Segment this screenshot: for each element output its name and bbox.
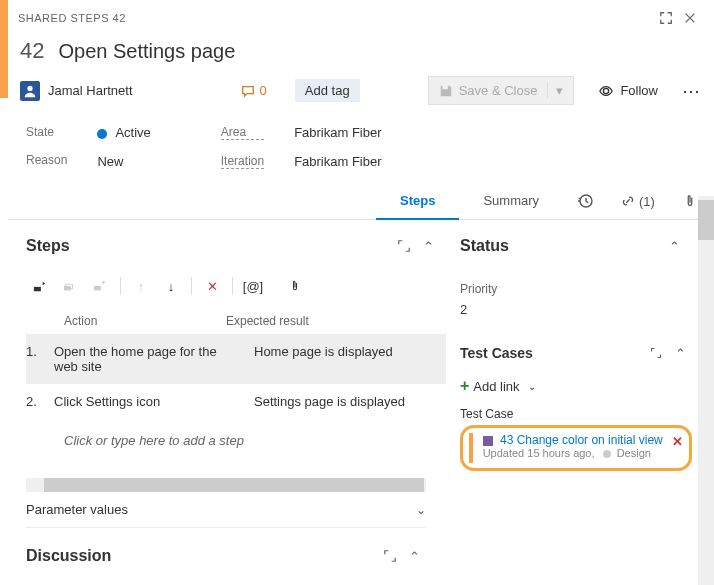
save-close-label: Save & Close [459,83,538,98]
step-action[interactable]: Click Settings icon [54,394,254,409]
move-up-icon: ↑ [127,274,155,298]
tab-history-icon[interactable] [563,183,607,219]
svg-rect-6 [94,286,101,290]
testcase-state: Design [617,447,651,459]
expand-icon[interactable] [378,544,402,568]
add-link-button[interactable]: + Add link ⌄ [460,373,692,399]
testcase-updated: Updated 15 hours ago, [483,447,595,459]
close-icon[interactable] [678,6,702,30]
testcases-heading: Test Cases [460,345,644,361]
work-item-title[interactable]: Open Settings page [58,40,235,63]
discussion-count[interactable]: 0 [240,83,267,98]
plus-icon: + [460,377,469,395]
steps-toolbar: ↑ ↓ ✕ [@] [26,268,446,308]
state-value[interactable]: Active [97,125,150,140]
insert-step-icon[interactable] [26,274,54,298]
chevron-down-icon: ▾ [547,83,563,98]
status-heading: Status [460,237,662,255]
more-actions-icon[interactable]: ⋯ [682,80,702,102]
move-down-icon[interactable]: ↓ [157,274,185,298]
expand-icon[interactable] [392,234,416,258]
reason-label: Reason [26,153,67,167]
parameter-values-label: Parameter values [26,502,416,517]
add-link-label: Add link [473,379,519,394]
work-item-id: 42 [20,38,44,64]
parameter-values-row[interactable]: Parameter values ⌄ [26,492,426,528]
priority-label: Priority [460,268,692,296]
work-item-type-label: SHARED STEPS 42 [18,12,126,24]
svg-point-0 [27,85,32,90]
tab-summary[interactable]: Summary [459,183,563,219]
area-value[interactable]: Fabrikam Fiber [294,125,381,140]
attach-file-icon[interactable] [281,274,309,298]
links-count: (1) [639,194,655,209]
testcase-sub-label: Test Case [460,399,692,425]
testcase-id: 43 [500,433,513,447]
vertical-scrollbar[interactable] [698,196,714,585]
discussion-heading: Discussion [26,547,378,565]
testcase-link-item[interactable]: 43 Change color on initial view Updated … [460,425,692,471]
state-label: State [26,125,67,139]
insert-shared-icon [56,274,84,298]
create-shared-icon [86,274,114,298]
collapse-icon[interactable]: ⌃ [662,234,686,258]
step-number: 2. [26,394,54,409]
testcase-type-icon [483,436,493,446]
step-row[interactable]: 1. Open the home page for the web site H… [26,334,446,384]
step-action[interactable]: Open the home page for the web site [54,344,254,374]
svg-rect-3 [34,287,41,291]
svg-point-1 [604,88,609,93]
expected-column-header: Expected result [226,314,309,328]
priority-value[interactable]: 2 [460,296,692,317]
add-tag-button[interactable]: Add tag [295,79,360,102]
tab-links-icon[interactable]: (1) [607,183,669,219]
step-row[interactable]: 2. Click Settings icon Settings page is … [26,384,446,419]
iteration-label: Iteration [221,154,264,169]
iteration-value[interactable]: Fabrikam Fiber [294,154,381,169]
tab-steps[interactable]: Steps [376,183,459,219]
add-step-placeholder[interactable]: Click or type here to add a step [26,419,446,462]
step-expected[interactable]: Settings page is displayed [254,394,405,409]
assignee-name[interactable]: Jamal Hartnett [48,83,133,98]
avatar [20,81,40,101]
discussion-count-value: 0 [260,83,267,98]
horizontal-scrollbar[interactable] [26,478,426,492]
reason-value[interactable]: New [97,154,150,169]
step-expected[interactable]: Home page is displayed [254,344,393,374]
follow-button[interactable]: Follow [598,83,658,98]
testcase-title: Change color on initial view [517,433,663,447]
step-number: 1. [26,344,54,374]
follow-label: Follow [620,83,658,98]
area-label: Area [221,125,264,140]
expand-icon[interactable] [644,341,668,365]
collapse-icon[interactable]: ⌃ [416,234,440,258]
collapse-icon[interactable]: ⌃ [668,341,692,365]
fullscreen-icon[interactable] [654,6,678,30]
insert-param-icon[interactable]: [@] [239,274,267,298]
delete-step-icon[interactable]: ✕ [198,274,226,298]
action-column-header: Action [26,314,226,328]
state-dot-icon [603,450,611,458]
save-close-button: Save & Close ▾ [428,76,575,105]
steps-heading: Steps [26,237,392,255]
chevron-down-icon: ⌄ [528,381,536,392]
chevron-down-icon: ⌄ [416,503,426,517]
remove-link-icon[interactable]: ✕ [672,434,683,449]
collapse-icon[interactable]: ⌃ [402,544,426,568]
